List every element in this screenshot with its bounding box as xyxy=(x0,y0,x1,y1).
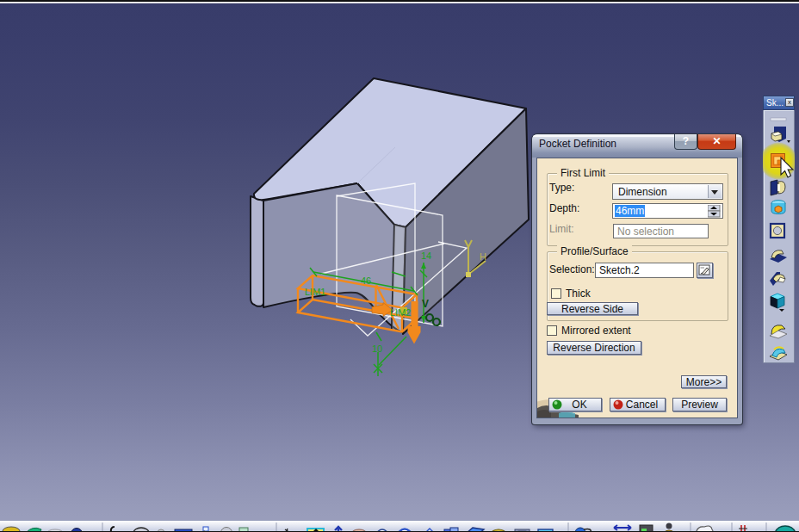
svg-text:14: 14 xyxy=(421,251,431,261)
svg-text:LIM1: LIM1 xyxy=(305,287,325,297)
svg-text:46: 46 xyxy=(361,275,371,286)
svg-text:V: V xyxy=(422,298,429,310)
svg-text:H: H xyxy=(480,251,486,262)
svg-text:10: 10 xyxy=(372,343,382,354)
svg-text:LIM2: LIM2 xyxy=(390,307,411,318)
